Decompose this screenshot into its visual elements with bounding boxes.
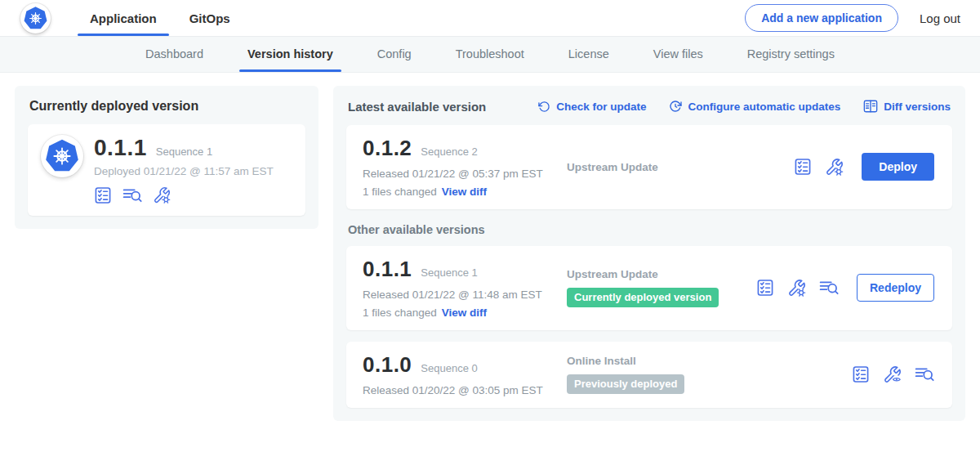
top-nav-tabs: Application GitOps [74,0,247,36]
subnav-tab-license[interactable]: License [546,37,631,72]
files-changed-label: 1 files changed [363,186,437,198]
add-application-button[interactable]: Add a new application [745,4,898,32]
tab-gitops-label: GitOps [189,11,230,25]
files-changed-line: 1 files changedView diff [363,307,567,319]
deployed-sequence-label: Sequence 1 [156,145,212,158]
version-row-0-1-0: 0.1.0 Sequence 0 Released 01/20/22 @ 03:… [346,342,952,408]
app-subnav: Dashboard Version history Config Trouble… [0,37,980,73]
logout-link[interactable]: Log out [920,11,960,25]
view-logs-icon[interactable] [915,365,934,383]
kubernetes-logo-icon [23,6,48,31]
version-info: 0.1.0 Sequence 0 Released 01/20/22 @ 03:… [363,352,567,396]
version-row-0-1-1: 0.1.1 Sequence 1 Released 01/21/22 @ 11:… [346,246,952,330]
panel-actions: Check for update Configure automatic upd… [538,99,951,114]
configure-automatic-updates-label: Configure automatic updates [688,101,840,113]
version-info: 0.1.2 Sequence 2 Released 01/21/22 @ 05:… [363,136,567,198]
edit-config-icon[interactable] [825,158,844,177]
view-diff-link[interactable]: View diff [442,307,487,319]
edit-config-icon[interactable] [153,186,171,204]
subnav-tab-config[interactable]: Config [355,37,434,72]
version-history-panel: Latest available version Check for updat… [333,86,965,421]
latest-available-title: Latest available version [348,100,486,114]
deployed-version-tile: 0.1.1 Sequence 1 Deployed 01/21/22 @ 11:… [28,124,305,216]
currently-deployed-title: Currently deployed version [29,99,305,114]
version-actions [852,365,934,384]
preflight-checklist-icon[interactable] [852,365,870,383]
version-actions: Deploy [794,153,934,181]
view-diff-link[interactable]: View diff [442,186,487,198]
tab-application[interactable]: Application [74,0,173,36]
version-row-0-1-2: 0.1.2 Sequence 2 Released 01/21/22 @ 05:… [346,125,952,209]
edit-config-icon[interactable] [787,279,806,298]
version-source-label: Upstream Update [567,268,756,280]
released-timestamp: Released 01/21/22 @ 05:37 pm EST [363,168,567,180]
subnav-tab-troubleshoot[interactable]: Troubleshoot [434,37,546,72]
files-changed-label: 1 files changed [363,307,437,319]
deployed-version-number: 0.1.1 [94,135,147,161]
view-logs-icon[interactable] [819,279,839,297]
subnav-tab-dashboard[interactable]: Dashboard [123,37,225,72]
view-config-icon[interactable] [883,365,902,384]
scheduled-update-icon [669,100,682,113]
preflight-checklist-icon[interactable] [794,158,812,176]
deployed-version-info: 0.1.1 Sequence 1 Deployed 01/21/22 @ 11:… [94,135,274,204]
sequence-label: Sequence 0 [421,362,477,374]
version-status: Upstream Update [567,161,794,173]
version-source-label: Upstream Update [567,161,794,173]
refresh-icon [538,101,550,113]
deployed-timestamp: Deployed 01/21/22 @ 11:57 am EST [94,165,274,177]
subnav-tab-registry-settings[interactable]: Registry settings [725,37,857,72]
other-versions-title: Other available versions [348,223,951,236]
tab-gitops[interactable]: GitOps [173,0,247,36]
currently-deployed-card: Currently deployed version 0.1.1 Sequenc… [15,86,318,229]
panel-header: Latest available version Check for updat… [348,99,951,114]
version-number: 0.1.0 [363,352,412,378]
released-timestamp: Released 01/21/22 @ 11:48 am EST [363,289,567,301]
diff-versions-icon [863,99,878,114]
configure-automatic-updates-link[interactable]: Configure automatic updates [669,100,840,113]
view-logs-icon[interactable] [122,186,142,204]
top-navbar: Application GitOps Add a new application… [0,0,980,37]
version-number: 0.1.1 [363,257,412,282]
released-timestamp: Released 01/20/22 @ 03:05 pm EST [363,384,567,396]
diff-versions-link[interactable]: Diff versions [863,99,951,114]
version-source-label: Online Install [567,355,852,367]
check-for-update-link[interactable]: Check for update [538,101,646,113]
version-status: Online Install Previously deployed [567,355,852,394]
currently-deployed-badge: Currently deployed version [567,288,719,307]
header-right: Add a new application Log out [745,4,960,32]
check-for-update-label: Check for update [556,101,646,113]
sequence-label: Sequence 1 [421,266,477,279]
subnav-tab-version-history[interactable]: Version history [225,37,355,72]
diff-versions-label: Diff versions [884,101,951,113]
tab-application-label: Application [90,11,157,25]
version-info: 0.1.1 Sequence 1 Released 01/21/22 @ 11:… [363,257,567,319]
subnav-tab-view-files[interactable]: View files [631,37,725,72]
preflight-checklist-icon[interactable] [756,279,774,297]
kubernetes-logo-icon [44,138,80,174]
redeploy-button[interactable]: Redeploy [857,274,934,302]
version-actions: Redeploy [756,274,934,302]
app-logo-avatar [20,3,51,34]
files-changed-line: 1 files changedView diff [363,186,567,198]
version-number: 0.1.2 [363,136,412,161]
version-status: Upstream Update Currently deployed versi… [567,268,756,307]
deploy-button[interactable]: Deploy [862,153,934,181]
sequence-label: Sequence 2 [421,145,477,158]
main-content: Currently deployed version 0.1.1 Sequenc… [0,73,980,434]
previously-deployed-badge: Previously deployed [567,374,684,394]
app-icon-avatar [41,135,83,177]
preflight-checklist-icon[interactable] [94,186,112,204]
